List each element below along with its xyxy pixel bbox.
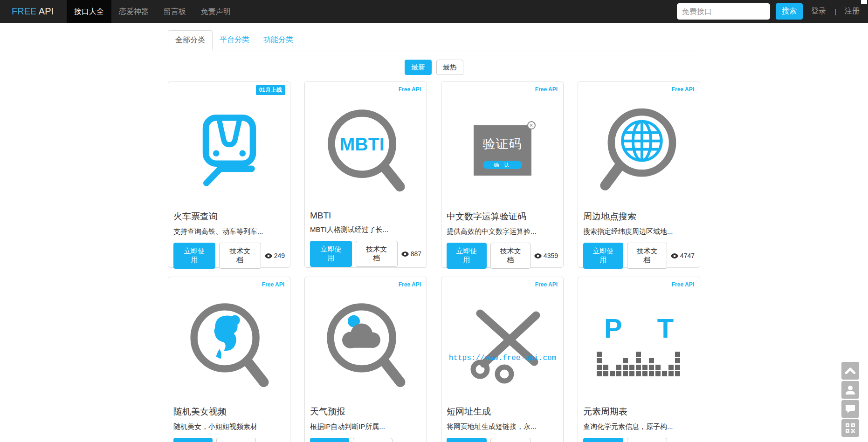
free-api-badge: Free API [672,281,694,288]
card-description: 查询化学元素信息，原子构... [583,422,695,431]
tab-platform-categories[interactable]: 平台分类 [213,30,256,50]
tab-function-categories[interactable]: 功能分类 [256,30,300,50]
new-badge: 01月上线 [256,85,285,95]
card-title: 元素周期表 [583,406,695,418]
login-link[interactable]: 登录 [811,7,826,16]
back-to-top-button[interactable] [841,362,859,380]
card-actions: 立即使用 技术文档 4359 [447,243,558,269]
tech-doc-button[interactable]: 技术文档 [627,243,667,269]
tech-doc-button[interactable]: 技术文档 [490,243,530,269]
use-now-button[interactable]: 立即使用 [310,438,349,442]
card-title: 天气预报 [310,406,421,418]
view-count: 4747 [671,252,695,259]
use-now-button[interactable]: 立即使用 [173,438,213,442]
card-description: 提供高效的中文数字运算验... [447,227,558,236]
nav-item-love-tool[interactable]: 恋爱神器 [111,0,156,23]
card-title: 中文数字运算验证码 [447,211,558,223]
free-api-badge: Free API [535,281,558,288]
use-now-button[interactable]: 立即使用 [583,438,623,442]
card-actions: 立即使用 技术文档 15.0k [310,438,421,442]
brand-logo[interactable]: FREE API [12,6,54,17]
card-description: MBTI人格测试经过了长... [310,225,421,234]
login-register-separator: | [834,7,836,15]
card-actions: 立即使用 技术文档 887 [310,241,421,267]
navbar-right: 搜索 登录 | 注册 [677,3,860,20]
captcha-box: 验证码 确 认 × [474,125,531,176]
qrcode-icon [845,423,855,433]
card-description: 根据IP自动判断IP所属... [310,422,421,431]
tech-doc-button[interactable]: 技术文档 [216,438,255,442]
register-link[interactable]: 注册 [845,7,860,16]
api-card-grid: 01月上线 火车票查询 支持查询高铁、动车等列车... 立即使用 技术文档 24… [168,82,700,442]
nav-item-message-board[interactable]: 留言板 [156,0,193,23]
search-input[interactable] [677,3,770,20]
tech-doc-button[interactable]: 技术文档 [353,438,392,442]
brand-logo-free: FREE [12,6,36,16]
card-title: 周边地点搜索 [583,211,695,223]
use-now-button[interactable]: 立即使用 [447,243,487,269]
periodic-table-icon: P T [583,292,695,399]
periodic-letters: P T [590,315,688,342]
tech-doc-button[interactable]: 技术文档 [356,241,398,267]
card-title: MBTI [310,211,421,221]
category-tabs: 全部分类 平台分类 功能分类 [168,30,700,50]
view-count: 4359 [534,252,558,259]
scissors-icon: https://www.free-api.com [447,292,558,399]
free-api-badge: Free API [399,86,421,93]
free-api-badge: Free API [535,86,558,93]
card-description: 搜索指定经纬度周边区域地... [583,227,695,236]
use-now-button[interactable]: 立即使用 [310,241,352,267]
user-button[interactable] [841,381,859,399]
tech-doc-button[interactable]: 技术文档 [490,438,530,442]
api-card-mbti: Free API MBTI MBTI MBTI人格测试经过了长... 立即使用 … [304,82,427,268]
api-card-captcha: Free API 验证码 确 认 × 中文数字运算验证码 提供高效的中文数字运算… [441,82,564,268]
weather-magnifier-icon [310,292,421,399]
navbar: FREE API 接口大全 恋爱神器 留言板 免责声明 搜索 登录 | 注册 [0,0,868,23]
scrollbar-thumb[interactable] [861,0,867,4]
api-card-beauty-video: Free API 随机美女视频 随机美女，小姐姐视频素材 立即使用 技术文档 [168,277,290,442]
card-actions: 立即使用 技术文档 4747 [583,243,695,269]
api-card-short-url: Free API https://www.free-api.com 短网址生成 … [441,277,564,442]
globe-magnifier-icon [583,97,695,204]
periodic-grid [597,347,682,376]
captcha-icon: 验证码 确 认 × [447,97,558,204]
eye-icon [265,253,272,258]
tech-doc-button[interactable]: 技术文档 [627,438,667,442]
card-title: 短网址生成 [447,406,558,418]
tab-all-categories[interactable]: 全部分类 [168,30,213,50]
search-button[interactable]: 搜索 [776,3,803,20]
card-description: 支持查询高铁、动车等列车... [173,227,285,236]
card-actions: 立即使用 技术文档 7136 [583,438,695,442]
watermark-url: https://www.free-api.com [444,354,561,362]
captcha-confirm-button: 确 认 [483,161,522,169]
api-card-weather: Free API 天气预报 根据IP自动判断IP所属... 立即使用 [304,277,427,442]
nav-item-disclaimer[interactable]: 免责声明 [193,0,238,23]
eye-icon [401,252,409,257]
chevron-up-icon [845,367,855,374]
api-card-periodic-table: Free API P T 元素周期表 查询化学元素信息，原子构... 立即使用 … [578,277,700,442]
use-now-button[interactable]: 立即使用 [583,243,623,269]
eye-icon [671,253,678,258]
svg-text:MBTI: MBTI [339,133,384,154]
use-now-button[interactable]: 立即使用 [173,243,215,269]
nav-item-api-list[interactable]: 接口大全 [67,0,111,23]
card-description: 将网页地址生成短链接，永... [447,422,558,431]
sort-hottest-button[interactable]: 最热 [436,60,463,75]
qrcode-button[interactable] [841,419,859,437]
woman-magnifier-icon [173,292,285,399]
tech-doc-button[interactable]: 技术文档 [219,243,261,269]
view-count: 887 [401,250,421,258]
free-api-badge: Free API [399,281,421,288]
floating-button-stack [841,362,859,438]
captcha-close-icon: × [527,121,536,129]
brand-logo-api: API [36,6,54,16]
card-title: 随机美女视频 [173,406,285,418]
chat-button[interactable] [841,400,859,418]
card-description: 随机美女，小姐姐视频素材 [173,422,285,431]
view-count: 249 [265,252,285,259]
card-actions: 立即使用 技术文档 14.1k [173,438,285,442]
chat-icon [845,404,855,414]
sort-row: 最新 最热 [168,60,700,75]
sort-newest-button[interactable]: 最新 [405,60,432,75]
use-now-button[interactable]: 立即使用 [447,438,487,442]
